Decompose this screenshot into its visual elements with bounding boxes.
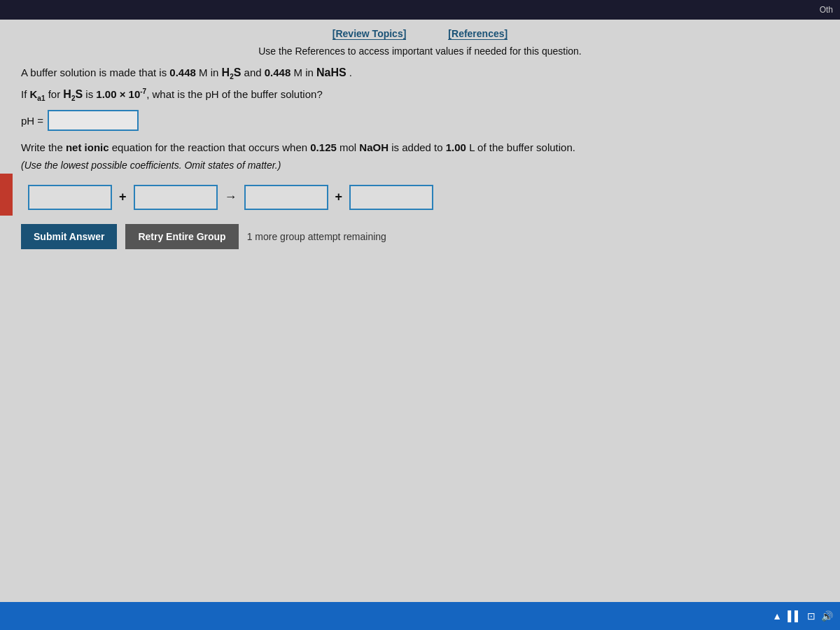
net-ionic-mol: 0.125: [310, 141, 337, 153]
net-ionic-vol-unit: L of the buffer solution.: [466, 141, 575, 153]
line2-rest: , what is the pH of the buffer solution?: [146, 88, 323, 100]
net-ionic-block: Write the net ionic equation for the rea…: [21, 139, 819, 173]
retry-button[interactable]: Retry Entire Group: [125, 224, 238, 249]
top-bar-label: Oth: [820, 5, 833, 15]
attempt-text: 1 more group attempt remaining: [247, 231, 386, 242]
net-ionic-prefix: Write the: [21, 141, 66, 153]
question-line-1: A buffer solution is made that is 0.448 …: [21, 64, 819, 83]
question-line-2: If Ka1 for H2S is 1.00 × 10-7, what is t…: [21, 85, 819, 104]
taskbar-volume-icon: 🔊: [821, 610, 833, 622]
line1-conc1: 0.448: [169, 66, 196, 78]
line1-period: .: [349, 66, 352, 78]
left-tab: [0, 174, 13, 216]
line2-ka: Ka1: [30, 88, 46, 100]
net-ionic-instruction: Write the net ionic equation for the rea…: [21, 139, 819, 156]
line2-for: for: [45, 88, 63, 100]
net-ionic-bold: net ionic: [66, 141, 109, 153]
line2-is: is: [83, 88, 96, 100]
taskbar: ▲ ▌▌ ⊡ 🔊: [0, 602, 840, 630]
review-topics-link[interactable]: [Review Topics]: [332, 28, 407, 40]
links-row: [Review Topics] [References]: [21, 28, 819, 40]
eq-input-3[interactable]: [244, 185, 328, 210]
line1-chem1: H2S: [222, 66, 241, 78]
coefficient-note: (Use the lowest possible coefficients. O…: [21, 158, 819, 173]
taskbar-arrow-icon: ▲: [772, 610, 782, 622]
buttons-row: Submit Answer Retry Entire Group 1 more …: [21, 224, 819, 249]
net-ionic-vol: 1.00: [446, 141, 466, 153]
question-block: A buffer solution is made that is 0.448 …: [21, 64, 819, 104]
ph-row: pH =: [21, 110, 819, 131]
line1-unit1: M in: [199, 66, 222, 78]
line1-prefix: A buffer solution is made that is: [21, 66, 169, 78]
line1-conc2: 0.448: [265, 66, 291, 78]
line1-unit2: M in: [293, 66, 316, 78]
line1-and: and: [244, 66, 265, 78]
line1-chem2: NaHS: [316, 66, 346, 78]
line2-val: 1.00 × 10-7: [96, 88, 146, 100]
ph-input[interactable]: [48, 110, 139, 131]
submit-button[interactable]: Submit Answer: [21, 224, 117, 249]
top-bar: Oth: [0, 0, 840, 20]
main-content: [Review Topics] [References] Use the Ref…: [0, 20, 840, 602]
line2-chem: H2S: [63, 88, 83, 100]
eq-arrow: →: [225, 190, 237, 204]
references-link[interactable]: [References]: [448, 28, 507, 40]
line2-prefix: If: [21, 88, 30, 100]
eq-input-1[interactable]: [28, 185, 112, 210]
net-ionic-base: NaOH: [359, 141, 388, 153]
equation-row: + → +: [28, 185, 819, 210]
eq-plus-1: +: [119, 190, 127, 204]
net-ionic-mol-unit: mol: [337, 141, 360, 153]
eq-plus-2: +: [335, 190, 343, 204]
taskbar-battery-icon: ⊡: [807, 610, 816, 622]
instructions-text: Use the References to access important v…: [21, 46, 819, 57]
eq-input-4[interactable]: [349, 185, 433, 210]
ph-label: pH =: [21, 115, 43, 127]
eq-input-2[interactable]: [134, 185, 218, 210]
net-ionic-rest: is added to: [388, 141, 446, 153]
net-ionic-suffix: equation for the reaction that occurs wh…: [109, 141, 311, 153]
taskbar-signal-icon: ▌▌: [788, 610, 802, 622]
